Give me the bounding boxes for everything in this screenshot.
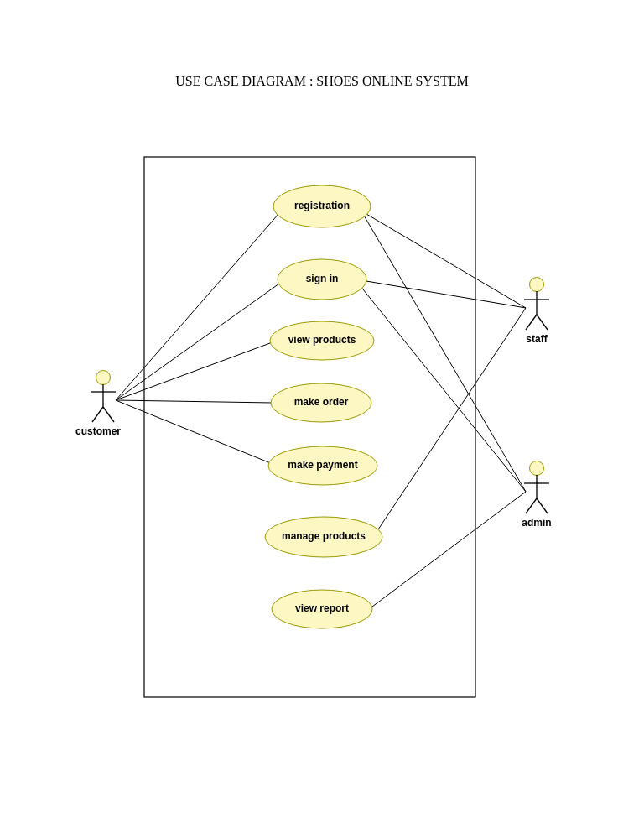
usecase-makepayment: make payment [268, 446, 377, 485]
svg-line-40 [526, 498, 537, 513]
svg-line-7 [373, 308, 526, 537]
actor-customer: customer [75, 371, 121, 438]
svg-text:staff: staff [526, 333, 548, 345]
svg-line-2 [116, 341, 277, 400]
svg-line-10 [369, 492, 526, 609]
usecase-manageproducts: manage products [265, 517, 382, 557]
svg-line-4 [116, 400, 277, 466]
svg-text:manage products: manage products [282, 530, 366, 542]
usecase-diagram: registration sign in view products make … [0, 0, 644, 834]
svg-text:admin: admin [522, 517, 551, 529]
svg-line-1 [116, 279, 285, 400]
svg-text:make order: make order [294, 396, 349, 408]
actor-staff: staff [524, 278, 549, 346]
usecase-registration: registration [273, 185, 371, 227]
svg-line-34 [526, 315, 537, 330]
usecase-signin: sign in [278, 259, 366, 300]
svg-line-5 [356, 208, 526, 308]
svg-text:view products: view products [288, 334, 356, 346]
svg-line-29 [103, 407, 114, 422]
svg-line-41 [537, 498, 548, 513]
svg-point-25 [96, 371, 111, 385]
svg-line-28 [92, 407, 103, 422]
svg-line-0 [116, 206, 285, 400]
svg-text:registration: registration [294, 200, 350, 211]
usecase-makeorder: make order [271, 383, 371, 422]
svg-line-9 [356, 281, 526, 492]
svg-point-37 [530, 461, 544, 476]
usecase-viewproducts: view products [270, 321, 374, 360]
svg-line-6 [356, 279, 526, 308]
svg-line-35 [537, 315, 548, 330]
svg-line-8 [361, 210, 526, 492]
svg-text:view report: view report [295, 602, 349, 614]
usecase-viewreport: view report [272, 590, 372, 628]
actor-admin: admin [522, 461, 551, 529]
svg-line-3 [116, 400, 273, 403]
svg-text:make payment: make payment [288, 459, 357, 471]
svg-point-31 [530, 278, 544, 292]
svg-text:sign in: sign in [306, 273, 339, 284]
svg-text:customer: customer [75, 425, 121, 437]
